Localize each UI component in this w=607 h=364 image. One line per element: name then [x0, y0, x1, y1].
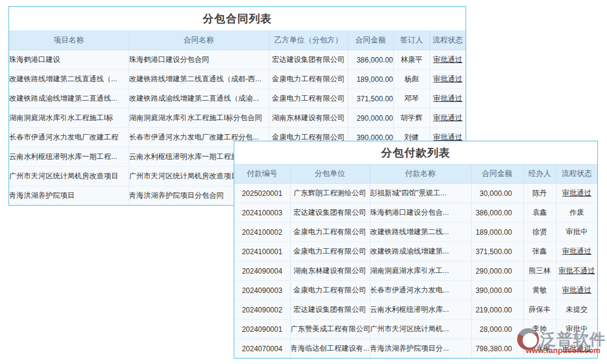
payment-cell-amount: 30,000.00 [471, 184, 523, 203]
payment-cell-no[interactable]: 2024100003 [234, 203, 290, 223]
payment-cell-name[interactable]: 云南水利枢纽潜明水库... [370, 300, 471, 320]
payment-column-header-name: 付款名称 [370, 164, 471, 184]
contract-list-title: 分包合同列表 [9, 7, 466, 30]
contract-cell-project[interactable]: 改建铁路线增建第二线直通线（... [9, 70, 129, 89]
payment-cell-name[interactable]: 珠海鹤港口建设分包合... [370, 203, 471, 223]
payment-table-row: 2024100002金康电力工程有限公司改建铁路线增建第二线...189,000… [234, 223, 597, 242]
contract-cell-contract[interactable]: 改建铁路成渝线增建第二直通线（成渝... [129, 89, 269, 109]
payment-cell-handler[interactable]: 袁鑫 [523, 203, 556, 223]
payment-cell-handler[interactable]: 徐贤 [523, 223, 556, 242]
payment-list-title: 分包付款列表 [234, 141, 597, 164]
payment-cell-status[interactable]: 作废 [556, 203, 597, 223]
contract-cell-status[interactable]: 审批通过 [430, 50, 466, 70]
payment-cell-no[interactable]: 2024090001 [234, 320, 290, 339]
payment-cell-unit[interactable]: 金康电力工程有限公司 [290, 242, 370, 261]
payment-cell-no[interactable]: 2024090002 [234, 300, 290, 320]
payment-cell-name[interactable]: 长春市伊通河水力发电... [370, 281, 471, 300]
contract-cell-contract[interactable]: 珠海鹤港口建设分包合同 [129, 50, 269, 70]
payment-table-row: 2025020001广东辉朗工程测绘公司彭祖新城“四馆”景观工...30,000… [234, 184, 597, 203]
payment-cell-unit[interactable]: 宏达建设集团有限公司 [290, 300, 370, 320]
contract-cell-status[interactable]: 审批通过 [430, 89, 466, 109]
contract-cell-amount: 371,500.00 [348, 89, 393, 109]
contract-cell-amount: 189,000.00 [348, 70, 393, 89]
fanpu-watermark: 泛普软件 www.fanpusoft.com [517, 328, 606, 355]
payment-column-header-status: 流程状态 [556, 164, 597, 184]
payment-cell-handler[interactable]: 薛保丰 [523, 300, 556, 320]
payment-cell-status[interactable]: 审批不通过 [556, 261, 597, 281]
contract-cell-signer[interactable]: 邓琴 [393, 89, 430, 109]
contract-cell-project[interactable]: 青海洪湖养护院项目 [9, 186, 129, 206]
payment-cell-unit[interactable]: 广东辉朗工程测绘公司 [290, 184, 370, 203]
payment-column-header-unit: 分包单位 [290, 164, 370, 184]
payment-cell-amount: 371,500.00 [471, 242, 523, 261]
payment-cell-amount: 28,000.00 [471, 320, 523, 339]
payment-cell-unit[interactable]: 青海临达创工程建设有... [290, 339, 370, 359]
contract-cell-status[interactable]: 审批通过 [430, 70, 466, 89]
contract-cell-contract[interactable]: 湖南洞庭湖水库引水工程施工I标分包合同 [129, 109, 269, 128]
payment-cell-no[interactable]: 2024070004 [234, 339, 290, 359]
payment-cell-name[interactable]: 广州市天河区统计局机... [370, 320, 471, 339]
payment-cell-handler[interactable]: 黄敏 [523, 281, 556, 300]
payment-cell-no[interactable]: 2024100002 [234, 223, 290, 242]
payment-cell-name[interactable]: 青海洪湖养护院项目分... [370, 339, 471, 359]
contract-cell-status[interactable]: 审批通过 [430, 109, 466, 128]
payment-cell-name[interactable]: 改建铁路线增建第二线... [370, 223, 471, 242]
contract-cell-project[interactable]: 广州市天河区统计局机房改造项目 [9, 167, 129, 186]
contract-column-header-contract: 合同名称 [129, 30, 269, 50]
contract-cell-amount: 386,000.00 [348, 50, 393, 70]
payment-cell-unit[interactable]: 金康电力工程有限公司 [290, 281, 370, 300]
payment-cell-name[interactable]: 改建铁路成渝线增建第... [370, 242, 471, 261]
fanpu-logo-icon [517, 328, 539, 350]
contract-cell-signer[interactable]: 林康平 [393, 50, 430, 70]
payment-column-header-amount: 合同金额 [471, 164, 523, 184]
contract-cell-project[interactable]: 云南水利枢纽潜明水库一期工程... [9, 147, 129, 167]
payment-table-row: 2024100001金康电力工程有限公司改建铁路成渝线增建第...371,500… [234, 242, 597, 261]
contract-cell-party_b[interactable]: 金康电力工程有限公司 [269, 70, 348, 89]
contract-column-header-amount: 合同金额 [348, 30, 393, 50]
contract-cell-contract[interactable]: 改建铁路线增建第二线直通线（成都-西... [129, 70, 269, 89]
payment-cell-status[interactable]: 审批通过 [556, 242, 597, 261]
contract-cell-signer[interactable]: 杨彪 [393, 70, 430, 89]
payment-cell-amount: 798,380.00 [471, 339, 523, 359]
contract-table-header-row: 项目名称合同名称乙方单位（分包方）合同金额签订人流程状态 [9, 30, 466, 50]
contract-cell-signer[interactable]: 胡学辉 [393, 109, 430, 128]
contract-cell-project[interactable]: 改建铁路成渝线增建第二直通线... [9, 89, 129, 109]
payment-cell-name[interactable]: 湖南洞庭湖水库引水工... [370, 261, 471, 281]
contract-cell-project[interactable]: 湖南洞庭湖水库引水工程施工I标 [9, 109, 129, 128]
contract-cell-party_b[interactable]: 金康电力工程有限公司 [269, 89, 348, 109]
payment-cell-no[interactable]: 2024090004 [234, 261, 290, 281]
payment-cell-status[interactable]: 审批通过 [556, 281, 597, 300]
payment-cell-name[interactable]: 彭祖新城“四馆”景观工... [370, 184, 471, 203]
contract-cell-project[interactable]: 珠海鹤港口建设 [9, 50, 129, 70]
payment-cell-amount: 219,000.00 [471, 300, 523, 320]
contract-cell-amount: 290,000.00 [348, 109, 393, 128]
payment-cell-unit[interactable]: 广东赞美成工程有限公司 [290, 320, 370, 339]
payment-cell-no[interactable]: 2024090003 [234, 281, 290, 300]
payment-cell-handler[interactable]: 陈丹 [523, 184, 556, 203]
payment-cell-amount: 189,000.00 [471, 223, 523, 242]
payment-table-row: 2024100003宏达建设集团有限公司珠海鹤港口建设分包合...386,000… [234, 203, 597, 223]
payment-cell-status[interactable]: 未提交 [556, 300, 597, 320]
payment-cell-handler[interactable]: 熊三林 [523, 261, 556, 281]
payment-cell-amount: 290,000.00 [471, 261, 523, 281]
contract-column-header-party_b: 乙方单位（分包方） [269, 30, 348, 50]
payment-cell-status[interactable]: 审批中 [556, 223, 597, 242]
contract-column-header-project: 项目名称 [9, 30, 129, 50]
payment-cell-unit[interactable]: 宏达建设集团有限公司 [290, 203, 370, 223]
payment-cell-unit[interactable]: 金康电力工程有限公司 [290, 223, 370, 242]
contract-column-header-signer: 签订人 [393, 30, 430, 50]
contract-cell-party_b[interactable]: 湖南东林建设有限公司 [269, 109, 348, 128]
payment-column-header-handler: 经办人 [523, 164, 556, 184]
contract-cell-party_b[interactable]: 宏达建设集团有限公司 [269, 50, 348, 70]
payment-cell-no[interactable]: 2025020001 [234, 184, 290, 203]
payment-cell-unit[interactable]: 湖南东林建设有限公司 [290, 261, 370, 281]
contract-table-row: 湖南洞庭湖水库引水工程施工I标湖南洞庭湖水库引水工程施工I标分包合同湖南东林建设… [9, 109, 466, 128]
contract-column-header-status: 流程状态 [430, 30, 466, 50]
payment-cell-status[interactable]: 审批通过 [556, 184, 597, 203]
payment-column-header-no: 付款编号 [234, 164, 290, 184]
payment-cell-handler[interactable]: 张鑫 [523, 242, 556, 261]
contract-table-row: 改建铁路线增建第二线直通线（...改建铁路线增建第二线直通线（成都-西...金康… [9, 70, 466, 89]
payment-cell-no[interactable]: 2024100001 [234, 242, 290, 261]
payment-table-row: 2024090003金康电力工程有限公司长春市伊通河水力发电...390,000… [234, 281, 597, 300]
contract-cell-project[interactable]: 长春市伊通河水力发电厂改建工程 [9, 128, 129, 147]
